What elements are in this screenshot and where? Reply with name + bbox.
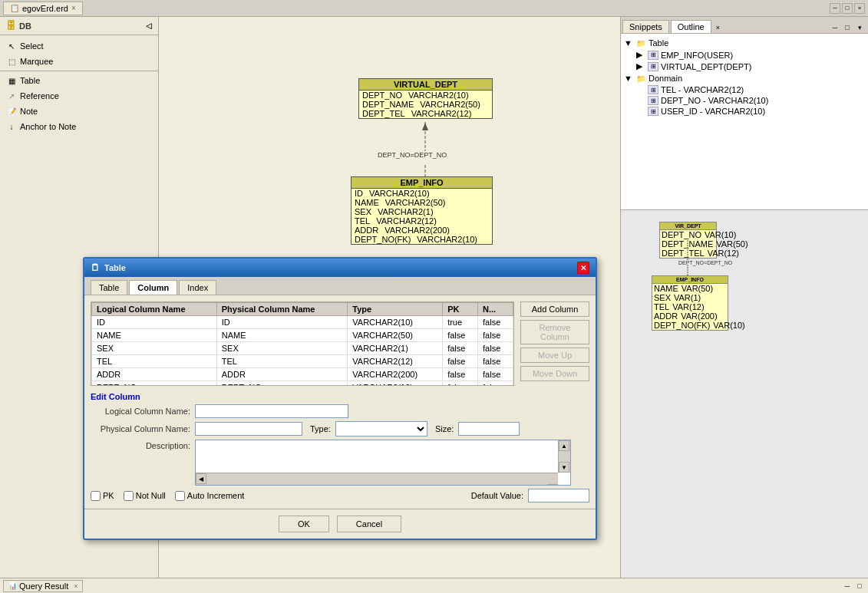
table-row[interactable]: DEPT_NODEPT_NOVARCHAR2(10)falsefalse (92, 381, 513, 387)
cancel-button[interactable]: Cancel (337, 516, 401, 532)
auto-increment-label: Auto Increment (187, 491, 245, 500)
physical-column-name-input[interactable] (195, 422, 302, 436)
size-input[interactable] (458, 422, 520, 436)
edit-column-title: Edit Column (91, 392, 589, 401)
col-header-logical: Logical Column Name (92, 303, 217, 316)
description-label: Description: (91, 441, 190, 450)
modal-titlebar: 🗒 Table ✕ (84, 259, 596, 277)
not-null-checkbox[interactable] (124, 491, 134, 501)
not-null-label: Not Null (136, 491, 166, 500)
description-area-wrapper: ▲ ▼ ◀ ▶ (195, 440, 571, 486)
modal-tab-column[interactable]: Column (129, 280, 177, 295)
pk-checkbox[interactable] (91, 491, 101, 501)
modal-title-icon: 🗒 (91, 262, 100, 273)
modal-tab-index[interactable]: Index (179, 280, 216, 295)
col-header-pk: PK (443, 303, 478, 316)
logical-column-name-label: Logical Column Name: (91, 407, 190, 416)
physical-column-name-label: Physical Column Name: (91, 424, 190, 433)
modal-tab-table[interactable]: Table (91, 280, 127, 295)
logical-column-name-input[interactable] (195, 404, 348, 418)
desc-scrollbar-v[interactable]: ▲ ▼ (558, 440, 570, 473)
columns-table: Logical Column Name Physical Column Name… (91, 302, 513, 386)
move-down-button[interactable]: Move Down (520, 366, 589, 381)
remove-column-button[interactable]: Remove Column (520, 320, 589, 344)
col-header-type: Type (348, 303, 443, 316)
default-value-input[interactable] (528, 489, 589, 502)
desc-scrollbar-h[interactable]: ◀ ▶ (196, 473, 558, 485)
modal-footer: OK Cancel (84, 509, 596, 539)
ok-button[interactable]: OK (279, 516, 329, 532)
default-value-label: Default Value: (471, 491, 523, 500)
type-select[interactable] (335, 421, 427, 437)
table-row[interactable]: NAMENAMEVARCHAR2(50)falsefalse (92, 329, 513, 342)
table-row[interactable]: ADDRADDRVARCHAR2(200)falsefalse (92, 368, 513, 381)
size-label: Size: (435, 424, 454, 433)
pk-label: PK (103, 491, 114, 500)
table-dialog: 🗒 Table ✕ Table Column Index Logical Col… (83, 257, 597, 540)
table-row[interactable]: IDIDVARCHAR2(10)truefalse (92, 316, 513, 329)
col-header-nn: N... (478, 303, 513, 316)
auto-increment-checkbox[interactable] (175, 491, 185, 501)
type-label: Type: (310, 424, 331, 433)
modal-overlay: 🗒 Table ✕ Table Column Index Logical Col… (0, 0, 868, 593)
table-row[interactable]: TELTELVARCHAR2(12)falsefalse (92, 355, 513, 368)
modal-title-text: Table (104, 263, 126, 272)
table-row[interactable]: SEXSEXVARCHAR2(1)falsefalse (92, 342, 513, 355)
col-header-physical: Physical Column Name (216, 303, 348, 316)
modal-tabs: Table Column Index (84, 277, 596, 295)
modal-close-button[interactable]: ✕ (577, 262, 589, 274)
move-up-button[interactable]: Move Up (520, 348, 589, 363)
add-column-button[interactable]: Add Column (520, 301, 589, 317)
